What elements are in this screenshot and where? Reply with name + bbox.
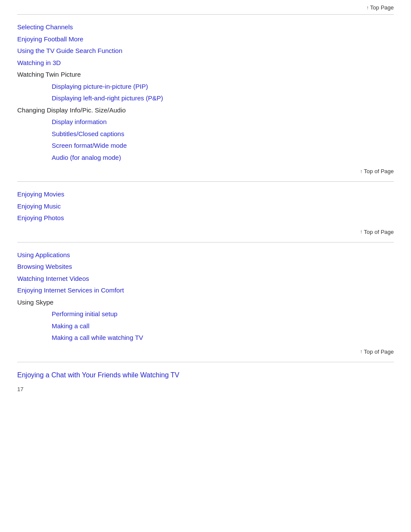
- list-item: Watching in 3D: [17, 57, 394, 68]
- list-item: Browsing Websites: [17, 261, 394, 272]
- initial-top-link-label: Top Page: [370, 4, 394, 11]
- using-applications-link[interactable]: Using Applications: [17, 251, 70, 258]
- browsing-websites-link[interactable]: Browsing Websites: [17, 263, 72, 270]
- section1-list: Selecting Channels Enjoying Football Mor…: [17, 22, 394, 163]
- enjoying-photos-link[interactable]: Enjoying Photos: [17, 214, 64, 221]
- page-number: 17: [17, 386, 394, 392]
- list-item: Enjoying Photos: [17, 212, 394, 224]
- pip-link[interactable]: Displaying picture-in-picture (PIP): [52, 83, 148, 90]
- pap-link[interactable]: Displaying left-and-right pictures (P&P): [52, 94, 163, 102]
- list-item: Screen format/Wide mode: [17, 140, 394, 151]
- section3-top-link-anchor[interactable]: ↑ Top of Page: [360, 348, 394, 355]
- list-item: Audio (for analog mode): [17, 152, 394, 163]
- subtitles-link[interactable]: Subtitles/Closed captions: [52, 130, 124, 137]
- initial-top-arrow-icon: ↑: [366, 5, 369, 11]
- list-item: Enjoying a Chat with Your Friends while …: [17, 369, 394, 381]
- section2-top-link: ↑ Top of Page: [17, 229, 394, 235]
- making-call-tv-link[interactable]: Making a call while watching TV: [52, 334, 143, 341]
- list-item: Enjoying Movies: [17, 189, 394, 200]
- list-item: Performing initial setup: [17, 308, 394, 320]
- section3-divider: [17, 242, 394, 243]
- list-item: Displaying picture-in-picture (PIP): [17, 81, 394, 92]
- list-item: Enjoying Music: [17, 201, 394, 212]
- list-item: Changing Display Info/Pic. Size/Audio: [17, 105, 394, 116]
- section1-top-link-anchor[interactable]: ↑ Top of Page: [360, 168, 394, 174]
- list-item: Making a call while watching TV: [17, 332, 394, 343]
- section1-top-link: ↑ Top of Page: [17, 168, 394, 174]
- audio-analog-link[interactable]: Audio (for analog mode): [52, 154, 121, 161]
- internet-services-link[interactable]: Enjoying Internet Services in Comfort: [17, 286, 124, 294]
- section2-top-link-anchor[interactable]: ↑ Top of Page: [360, 229, 394, 235]
- tv-guide-link[interactable]: Using the TV Guide Search Function: [17, 47, 122, 54]
- section2-top-link-label: Top of Page: [364, 229, 394, 235]
- list-item: Displaying left-and-right pictures (P&P): [17, 93, 394, 104]
- skype-setup-link[interactable]: Performing initial setup: [52, 310, 118, 317]
- list-item: Enjoying Internet Services in Comfort: [17, 285, 394, 296]
- chat-friends-link[interactable]: Enjoying a Chat with Your Friends while …: [17, 371, 179, 379]
- section3-top-link-label: Top of Page: [364, 348, 394, 355]
- selecting-channels-link[interactable]: Selecting Channels: [17, 23, 73, 31]
- section1: Selecting Channels Enjoying Football Mor…: [17, 22, 394, 174]
- enjoying-movies-link[interactable]: Enjoying Movies: [17, 190, 64, 198]
- section3-list: Using Applications Browsing Websites Wat…: [17, 249, 394, 343]
- list-item: Using Skype: [17, 297, 394, 308]
- section4-divider: [17, 362, 394, 362]
- section1-top-link-label: Top of Page: [364, 168, 394, 174]
- section2-divider: [17, 181, 394, 182]
- making-call-link[interactable]: Making a call: [52, 322, 90, 330]
- display-info-link[interactable]: Display information: [52, 118, 107, 125]
- section4-list: Enjoying a Chat with Your Friends while …: [17, 369, 394, 381]
- list-item: Watching Internet Videos: [17, 273, 394, 284]
- section3-arrow-icon: ↑: [360, 348, 363, 355]
- enjoying-football-link[interactable]: Enjoying Football More: [17, 35, 83, 43]
- list-item: Selecting Channels: [17, 22, 394, 33]
- section4: Enjoying a Chat with Your Friends while …: [17, 369, 394, 392]
- list-item: Using Applications: [17, 249, 394, 261]
- enjoying-music-link[interactable]: Enjoying Music: [17, 202, 61, 210]
- list-item: Using the TV Guide Search Function: [17, 45, 394, 56]
- page-wrapper: ↑ Top Page Selecting Channels Enjoying F…: [0, 0, 411, 405]
- watching-internet-videos-link[interactable]: Watching Internet Videos: [17, 275, 89, 282]
- section2: Enjoying Movies Enjoying Music Enjoying …: [17, 189, 394, 235]
- list-item: Enjoying Football More: [17, 34, 394, 45]
- list-item: Subtitles/Closed captions: [17, 128, 394, 140]
- list-item: Watching Twin Picture: [17, 69, 394, 80]
- initial-top-link-anchor[interactable]: ↑ Top Page: [366, 4, 394, 11]
- section2-list: Enjoying Movies Enjoying Music Enjoying …: [17, 189, 394, 224]
- initial-top-link: ↑ Top Page: [17, 4, 394, 11]
- section1-divider: [17, 14, 394, 15]
- section1-arrow-icon: ↑: [360, 168, 363, 174]
- section2-arrow-icon: ↑: [360, 229, 363, 235]
- list-item: Display information: [17, 116, 394, 128]
- watching-3d-link[interactable]: Watching in 3D: [17, 59, 61, 66]
- section3-top-link: ↑ Top of Page: [17, 348, 394, 355]
- section3: Using Applications Browsing Websites Wat…: [17, 249, 394, 355]
- list-item: Making a call: [17, 320, 394, 332]
- screen-format-link[interactable]: Screen format/Wide mode: [52, 142, 127, 149]
